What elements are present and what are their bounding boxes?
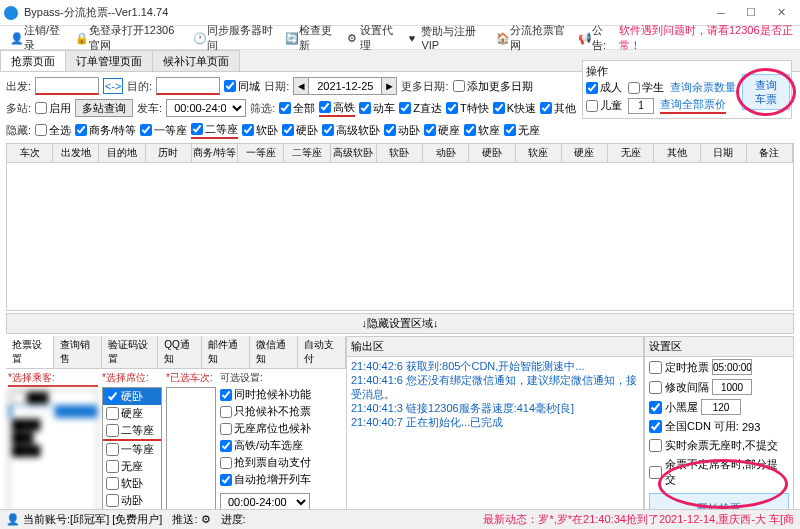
f-other[interactable]: 其他 [540,101,576,116]
adddate-check[interactable]: 添加更多日期 [453,79,533,94]
date-next[interactable]: ► [381,77,397,95]
date-prev[interactable]: ◄ [293,77,309,95]
child-check[interactable]: 儿童 [586,98,622,113]
f-t[interactable]: T特快 [446,101,489,116]
o4[interactable]: 高铁/动车选座 [220,438,320,453]
multiq-button[interactable]: 多站查询 [75,99,133,117]
to-label: 目的: [127,79,152,94]
table-body [6,163,794,311]
f-dongche[interactable]: 动车 [359,101,395,116]
timed-check[interactable] [649,361,662,374]
multi-label: 多站: [6,101,31,116]
train-hdr: *已选车次: [166,371,216,385]
h-gsoft[interactable]: 高级软卧 [322,123,380,138]
register-link[interactable]: 👤注销/登录 [6,23,69,53]
samecity-check[interactable]: 同城 [224,79,260,94]
date-label: 日期: [264,79,289,94]
status-progress: 进度: [221,512,246,527]
f-z[interactable]: Z直达 [399,101,442,116]
status-acct: 👤 当前账号:[邱冠军] [免费用户] [6,512,162,527]
tab-waitlist[interactable]: 候补订单页面 [152,50,240,71]
refresh-icon: 🔄 [285,32,297,44]
h-second[interactable]: 二等座 [191,122,238,139]
st-autopay[interactable]: 自动支付 [298,336,346,368]
hide-settings-toggle[interactable]: ↓隐藏设置区域↓ [6,313,794,334]
date-value[interactable]: 2021-12-25 [309,77,381,95]
passenger-hdr: *选择乘客: [8,371,98,387]
home-icon: 🏠 [496,32,508,44]
h-hard[interactable]: 硬卧 [282,123,318,138]
o6[interactable]: 自动抢增开列车 [220,472,320,487]
o2[interactable]: 只抢候补不抢票 [220,404,320,419]
st-grab[interactable]: 抢票设置 [6,336,54,368]
allprice-link[interactable]: 查询全部票价 [660,97,726,114]
hide-label: 隐藏: [6,123,31,138]
o5[interactable]: 抢到票自动支付 [220,455,320,470]
minimize-button[interactable]: ─ [706,1,736,25]
out-title: 输出区 [347,337,643,357]
f-k[interactable]: K快速 [493,101,536,116]
h-first[interactable]: 一等座 [140,123,187,138]
f-all[interactable]: 全部 [279,101,315,116]
black-check[interactable] [649,401,662,414]
h-all[interactable]: 全选 [35,123,71,138]
passenger-list[interactable]: ████████████████████ [8,389,98,529]
o3[interactable]: 无座席位也候补 [220,421,320,436]
query-button[interactable]: 查询车票 [742,74,790,110]
filter-label: 筛选: [250,101,275,116]
student-check[interactable]: 学生 [628,80,664,95]
train-list[interactable] [166,387,216,529]
tab-order[interactable]: 订单管理页面 [65,50,153,71]
cdn-check[interactable] [649,420,662,433]
st-sale[interactable]: 查询销售 [54,336,102,368]
announce-label: 📢公告: [574,23,617,53]
opt-hdr: 可选设置: [220,371,320,385]
time-select[interactable]: 00:00-24:00 [166,99,246,117]
h-soft[interactable]: 软卧 [242,123,278,138]
st-mail[interactable]: 邮件通知 [202,336,250,368]
official-link[interactable]: 🏠分流抢票官网 [492,23,572,53]
st-qq[interactable]: QQ通知 [158,336,202,368]
set-title: 设置区 [645,337,793,357]
depart-label: 发车: [137,101,162,116]
maximize-button[interactable]: ☐ [736,1,766,25]
notice-text: 软件遇到问题时，请看12306是否正常！ [619,23,794,53]
enable-check[interactable]: 启用 [35,101,71,116]
realtime-check[interactable] [649,439,662,452]
black-val[interactable] [701,399,741,415]
remain-link[interactable]: 查询余票数量 [670,80,736,95]
quicklogin-link[interactable]: 🔒免登录打开12306官网 [71,23,188,53]
status-news: 最新动态：罗*,罗*在21:40:34抢到了2021-12-14,重庆西-大 车… [483,512,794,527]
tab-ticket[interactable]: 抢票页面 [0,50,66,71]
swap-button[interactable]: <-> [103,78,123,94]
megaphone-icon: 📢 [578,32,590,44]
table-header: 车次出发地目的地历时 商务/特等一等座二等座高级软卧 软卧动卧硬卧软座 硬座无座… [6,143,794,163]
uncertain-check[interactable] [649,466,662,479]
h-hardseat[interactable]: 硬座 [424,123,460,138]
to-input[interactable] [156,77,220,95]
log-area: 21:40:42:6 获取到:805个CDN,开始智能测速中...21:40:4… [347,357,643,431]
h-dongwo[interactable]: 动卧 [384,123,420,138]
h-biz[interactable]: 商务/特等 [75,123,136,138]
interval-val[interactable] [712,379,752,395]
adult-check[interactable]: 成人 [586,80,622,95]
f-gaotie[interactable]: 高铁 [319,100,355,117]
st-wechat[interactable]: 微信通知 [250,336,298,368]
update-link[interactable]: 🔄检查更新 [281,23,341,53]
heart-icon: ♥ [409,32,420,44]
timed-val[interactable] [712,359,752,375]
status-push: 推送: ⚙ [172,512,210,527]
from-input[interactable] [35,77,99,95]
sync-link[interactable]: 🕐同步服务器时间 [189,23,278,53]
o1[interactable]: 同时抢候补功能 [220,387,320,402]
vip-link[interactable]: ♥赞助与注册VIP [405,24,491,51]
h-softseat[interactable]: 软座 [464,123,500,138]
from-label: 出发: [6,79,31,94]
close-button[interactable]: ✕ [766,1,796,25]
proxy-link[interactable]: ⚙设置代理 [343,23,403,53]
seat-list[interactable]: 硬卧 硬座 二等座 一等座 无座 软卧 动卧 软座 商务座 特等座 [102,387,162,529]
child-num[interactable] [628,98,654,114]
interval-check[interactable] [649,381,662,394]
st-captcha[interactable]: 验证码设置 [102,336,159,368]
h-noseat[interactable]: 无座 [504,123,540,138]
